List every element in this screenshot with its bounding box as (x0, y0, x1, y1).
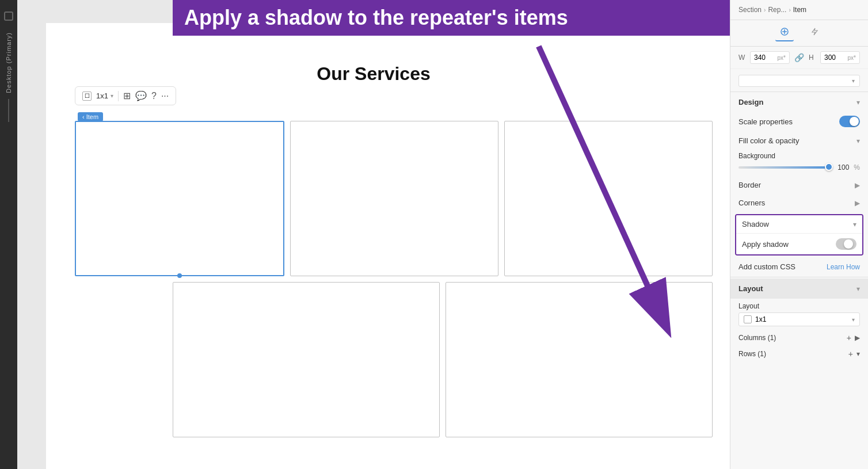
learn-how-link[interactable]: Learn How (827, 263, 860, 271)
custom-css-row: Add custom CSS Learn How (730, 258, 868, 276)
apply-shadow-toggle[interactable] (836, 238, 856, 250)
height-unit: px* (848, 55, 856, 61)
checkbox-icon: ☐ (82, 91, 92, 101)
rows-label: Rows (1) (738, 350, 766, 358)
corners-row[interactable]: Corners ▶ (730, 194, 868, 212)
toggle-knob (850, 117, 859, 126)
layout-dropdown-inner: 1x1 (744, 315, 766, 323)
width-input[interactable]: 340 px* (750, 51, 790, 64)
width-unit: px* (778, 55, 786, 61)
layout-section-label: Layout (738, 284, 763, 293)
height-value: 300 (824, 54, 836, 62)
canvas-area: Apply a shadow to the repeater's items O… (17, 0, 730, 469)
columns-row: Columns (1) + ▶ (730, 330, 868, 346)
custom-css-label: Add custom CSS (738, 262, 795, 271)
columns-label: Columns (1) (738, 334, 776, 342)
item-tag[interactable]: ‹ Item (78, 112, 103, 121)
grid-item-1-2[interactable] (290, 121, 498, 276)
layout-subsection: Layout 1x1 ▾ (730, 299, 868, 330)
apply-shadow-label: Apply shadow (742, 240, 789, 249)
fill-color-arrow: ▾ (856, 137, 860, 145)
panel-tabs (730, 20, 868, 47)
breadcrumb-chevron-1: › (764, 7, 766, 13)
divider-2 (730, 277, 868, 277)
layout-value: 1x1 (96, 91, 108, 100)
layout-selector[interactable]: 1x1 ▾ (96, 91, 113, 100)
grid-row-2 (75, 282, 713, 437)
sidebar-line (8, 99, 9, 122)
breadcrumb-section: Section (738, 6, 762, 14)
tab-design[interactable] (775, 25, 794, 41)
layout-dropdown-chevron: ▾ (852, 317, 855, 323)
chevron-down-icon: ▾ (111, 93, 113, 99)
tutorial-banner: Apply a shadow to the repeater's items (173, 0, 730, 36)
layout-dropdown-value: 1x1 (755, 315, 766, 323)
scale-properties-label: Scale properties (738, 117, 793, 126)
apply-shadow-knob (844, 239, 853, 249)
grid-row-1 (75, 121, 713, 276)
responsive-behavior-dropdown[interactable]: ▾ (738, 75, 860, 87)
grid-item-2-1[interactable] (173, 282, 440, 437)
breadcrumb-item: Item (793, 6, 806, 14)
dimensions-row: W 340 px* 🔗 H 300 px* (730, 47, 868, 69)
breadcrumb-chevron-2: › (789, 7, 790, 13)
grid-item-1-1[interactable] (75, 121, 284, 276)
rows-arrow[interactable]: ▾ (856, 350, 860, 358)
shadow-header[interactable]: Shadow ▾ (736, 215, 862, 233)
grid-item-2-2[interactable] (446, 282, 713, 437)
frame-icon[interactable]: ⊞ (123, 90, 131, 101)
responsive-dropdown-chevron: ▾ (852, 78, 855, 84)
rows-row: Rows (1) + ▾ (730, 346, 868, 362)
tutorial-title: Apply a shadow to the repeater's items (184, 6, 718, 30)
columns-controls: + ▶ (847, 333, 860, 342)
right-panel: Section › Rep... › Item › W 340 px* 🔗 H … (730, 0, 868, 469)
layout-sub-label: Layout (738, 302, 860, 310)
rows-plus-button[interactable]: + (848, 349, 853, 359)
width-value: 340 (754, 54, 766, 62)
border-row[interactable]: Border ▶ (730, 176, 868, 194)
columns-arrow[interactable]: ▶ (855, 334, 860, 342)
left-sidebar: Desktop (Primary) (0, 0, 17, 469)
design-section-header[interactable]: Design ▾ (730, 93, 868, 111)
breadcrumb-rep: Rep... (768, 6, 786, 14)
layout-section-header[interactable]: Layout ▾ (730, 279, 868, 299)
design-label: Design (738, 98, 763, 106)
breadcrumb: Section › Rep... › Item (738, 6, 860, 14)
panel-header: Section › Rep... › Item › (730, 0, 868, 20)
divider-1 (730, 91, 868, 92)
background-slider-container: 100 % (738, 163, 860, 171)
layout-section-arrow: ▾ (856, 285, 860, 293)
background-section: Background 100 % (730, 150, 868, 176)
link-icon: 🔗 (794, 53, 804, 62)
background-label: Background (738, 152, 860, 160)
apply-shadow-row: Apply shadow (736, 233, 862, 254)
comment-icon[interactable]: 💬 (135, 90, 147, 101)
corners-label: Corners (738, 199, 765, 207)
shadow-label: Shadow (742, 220, 769, 228)
rows-controls: + ▾ (848, 349, 860, 359)
scale-properties-row[interactable]: Scale properties (730, 111, 868, 132)
grid-container (75, 121, 713, 443)
sidebar-label: Desktop (Primary) (5, 32, 12, 93)
services-title: Our Services (317, 63, 430, 85)
scale-properties-toggle[interactable] (839, 116, 860, 127)
background-slider[interactable] (738, 166, 833, 169)
border-arrow: ▶ (855, 181, 860, 189)
tab-lightning[interactable] (805, 25, 824, 41)
height-input[interactable]: 300 px* (820, 51, 860, 64)
shadow-section: Shadow ▾ Apply shadow (735, 214, 863, 256)
columns-plus-button[interactable]: + (847, 333, 851, 342)
grid-item-1-3[interactable] (504, 121, 713, 276)
fill-color-row[interactable]: Fill color & opacity ▾ (730, 132, 868, 150)
help-icon[interactable]: ? (151, 91, 157, 101)
more-icon[interactable]: ··· (161, 91, 169, 101)
layout-dropdown[interactable]: 1x1 ▾ (738, 312, 860, 326)
toolbar-divider (118, 91, 119, 101)
design-collapse-arrow: ▾ (856, 98, 860, 106)
border-label: Border (738, 181, 761, 189)
fill-color-label: Fill color & opacity (738, 136, 799, 145)
bg-percent: % (854, 163, 860, 171)
slider-thumb (825, 163, 833, 171)
shadow-arrow: ▾ (853, 220, 856, 228)
corners-arrow: ▶ (855, 199, 860, 207)
